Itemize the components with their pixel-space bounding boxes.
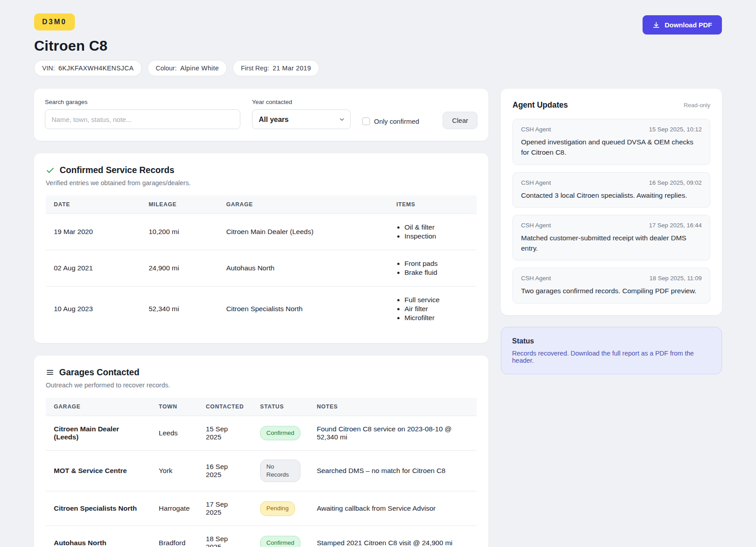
cell-date: 10 Aug 2023 — [46, 287, 140, 332]
cell-mileage: 10,200 mi — [140, 214, 218, 250]
cell-notes: Found Citroen C8 service on 2023-08-10 @… — [308, 416, 477, 451]
check-icon — [46, 166, 55, 175]
update-author: CSH Agent — [521, 222, 551, 229]
cell-date: 19 Mar 2020 — [46, 214, 140, 250]
garages-contacted-card: Garages Contacted Outreach we performed … — [34, 356, 488, 547]
table-header-row: GARAGE TOWN CONTACTED STATUS NOTES — [46, 398, 477, 416]
column-header-garage: GARAGE — [46, 398, 151, 416]
list-item: CSH Agent 18 Sep 2025, 11:09 Two garages… — [513, 268, 710, 303]
first-reg-chip-label: First Reg: — [241, 65, 269, 72]
update-author: CSH Agent — [521, 126, 551, 133]
table-row: MOT & Service Centre York 16 Sep 2025 No… — [46, 451, 477, 491]
update-timestamp: 18 Sep 2025, 11:09 — [649, 275, 702, 282]
cell-garage: MOT & Service Centre — [46, 451, 151, 491]
download-pdf-label: Download PDF — [665, 21, 712, 29]
item: Front pads — [404, 259, 469, 268]
download-pdf-button[interactable]: Download PDF — [643, 15, 722, 35]
readonly-label: Read-only — [684, 102, 710, 109]
first-reg-chip: First Reg: 21 Mar 2019 — [233, 60, 319, 76]
filter-card: Search garages Year contacted All years — [34, 89, 488, 141]
clear-button[interactable]: Clear — [443, 112, 478, 129]
update-timestamp: 17 Sep 2025, 16:44 — [649, 222, 702, 229]
items-list: Oil & filter Inspection — [396, 223, 469, 241]
column-header-status: STATUS — [252, 398, 308, 416]
cell-town: Bradford — [151, 526, 198, 547]
status-panel: Status Records recovered. Download the f… — [501, 327, 722, 374]
garages-contacted-subtitle: Outreach we performed to recover records… — [46, 382, 477, 389]
vehicle-chips: VIN: 6KJKFAXWH4KENSJCA Colour: Alpine Wh… — [34, 60, 319, 76]
vin-chip: VIN: 6KJKFAXWH4KENSJCA — [34, 60, 142, 76]
cell-contacted: 18 Sep 2025 — [198, 526, 252, 547]
column-header-items: ITEMS — [388, 195, 477, 214]
table-row: 02 Aug 2021 24,900 mi Autohaus North Fro… — [46, 250, 477, 287]
cell-garage: Citroen Specialists North — [46, 491, 151, 526]
cell-town: Leeds — [151, 416, 198, 451]
only-confirmed-checkbox-group[interactable]: Only confirmed — [362, 117, 419, 125]
cell-town: York — [151, 451, 198, 491]
list-item: CSH Agent 16 Sep 2025, 09:02 Contacted 3… — [513, 172, 710, 208]
cell-mileage: 24,900 mi — [140, 250, 218, 287]
column-header-date: DATE — [46, 195, 140, 214]
main-column: Search garages Year contacted All years — [34, 89, 488, 547]
table-header-row: DATE MILEAGE GARAGE ITEMS — [46, 195, 477, 214]
column-header-town: TOWN — [151, 398, 198, 416]
update-text: Opened investigation and queued DVSA & O… — [521, 137, 702, 158]
search-input[interactable] — [45, 109, 240, 129]
page-root: D3M0 Citroen C8 VIN: 6KJKFAXWH4KENSJCA C… — [0, 0, 756, 547]
garages-contacted-table: GARAGE TOWN CONTACTED STATUS NOTES Citro… — [46, 398, 477, 547]
cell-items: Oil & filter Inspection — [388, 214, 477, 250]
colour-chip: Colour: Alpine White — [148, 60, 227, 76]
cell-contacted: 17 Sep 2025 — [198, 491, 252, 526]
column-header-contacted: CONTACTED — [198, 398, 252, 416]
update-timestamp: 15 Sep 2025, 10:12 — [649, 126, 702, 133]
cell-contacted: 15 Sep 2025 — [198, 416, 252, 451]
items-list: Full service Air filter Microfilter — [396, 295, 469, 322]
only-confirmed-checkbox[interactable] — [362, 117, 370, 125]
page-header: D3M0 Citroen C8 VIN: 6KJKFAXWH4KENSJCA C… — [34, 13, 722, 76]
cell-items: Full service Air filter Microfilter — [388, 287, 477, 332]
table-row: Citroen Specialists North Harrogate 17 S… — [46, 491, 477, 526]
first-reg-chip-value: 21 Mar 2019 — [273, 65, 311, 72]
table-row: Autohaus North Bradford 18 Sep 2025 Conf… — [46, 526, 477, 547]
demo-badge: D3M0 — [34, 13, 75, 30]
status-badge: Pending — [260, 501, 295, 516]
vin-chip-label: VIN: — [42, 65, 55, 72]
status-badge: No Records — [260, 460, 300, 482]
cell-status: Pending — [252, 491, 308, 526]
update-text: Two garages confirmed records. Compiling… — [521, 286, 702, 296]
item: Oil & filter — [404, 223, 469, 232]
cell-garage: Citroen Specialists North — [218, 287, 388, 332]
update-author: CSH Agent — [521, 275, 551, 282]
cell-status: Confirmed — [252, 526, 308, 547]
colour-chip-value: Alpine White — [180, 65, 219, 72]
cell-garage: Citroen Main Dealer (Leeds) — [46, 416, 151, 451]
agent-updates-card: Agent Updates Read-only CSH Agent 15 Sep… — [501, 89, 722, 315]
cell-status: No Records — [252, 451, 308, 491]
sidebar: Agent Updates Read-only CSH Agent 15 Sep… — [501, 89, 722, 374]
agent-updates-title: Agent Updates — [513, 100, 568, 110]
update-text: Matched customer-submitted receipt with … — [521, 233, 702, 254]
vehicle-header: D3M0 Citroen C8 VIN: 6KJKFAXWH4KENSJCA C… — [34, 13, 319, 76]
cell-mileage: 52,340 mi — [140, 287, 218, 332]
item: Air filter — [404, 304, 469, 313]
cell-notes: Awaiting callback from Service Advisor — [308, 491, 477, 526]
update-author: CSH Agent — [521, 179, 551, 186]
update-timestamp: 16 Sep 2025, 09:02 — [649, 179, 702, 186]
cell-contacted: 16 Sep 2025 — [198, 451, 252, 491]
cell-garage: Autohaus North — [46, 526, 151, 547]
year-contacted-label: Year contacted — [252, 99, 351, 105]
vin-chip-value: 6KJKFAXWH4KENSJCA — [58, 65, 134, 72]
cell-items: Front pads Brake fluid — [388, 250, 477, 287]
colour-chip-label: Colour: — [156, 65, 177, 72]
list-item: CSH Agent 15 Sep 2025, 10:12 Opened inve… — [513, 119, 710, 165]
status-badge: Confirmed — [260, 426, 300, 440]
cell-town: Harrogate — [151, 491, 198, 526]
year-select[interactable]: All years — [252, 109, 351, 129]
year-contacted-field: Year contacted All years — [252, 99, 351, 129]
menu-lines-icon — [46, 368, 54, 377]
update-text: Contacted 3 local Citroen specialists. A… — [521, 190, 702, 200]
table-row: 19 Mar 2020 10,200 mi Citroen Main Deale… — [46, 214, 477, 250]
only-confirmed-label: Only confirmed — [374, 117, 419, 125]
cell-notes: Searched DMS – no match for Citroen C8 — [308, 451, 477, 491]
cell-garage: Citroen Main Dealer (Leeds) — [218, 214, 388, 250]
